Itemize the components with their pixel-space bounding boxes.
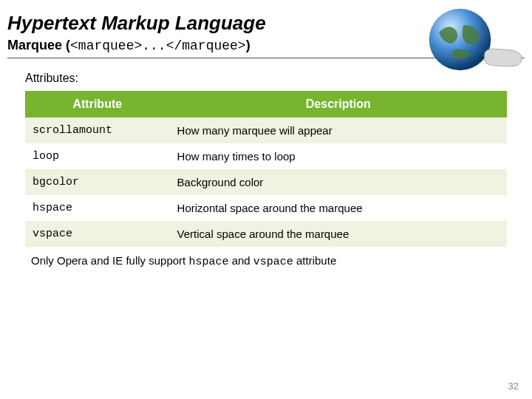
mouse-image (482, 44, 526, 71)
cell-attribute: hspace (25, 195, 170, 221)
table-row: vspace Vertical space around the marquee (25, 221, 507, 247)
page-number: 32 (508, 381, 519, 392)
footnote-mid: and (228, 254, 253, 267)
table-row: scrollamount How many marquee will appea… (25, 117, 507, 143)
attributes-table: Attribute Description scrollamount How m… (25, 91, 507, 247)
table-row: bgcolor Background color (25, 169, 507, 195)
table-row: loop How many times to loop (25, 143, 507, 169)
cell-attribute: loop (25, 143, 170, 169)
cell-description: Background color (170, 169, 507, 195)
cell-attribute: scrollamount (25, 117, 170, 143)
cell-description: How many marquee will appear (170, 117, 507, 143)
subtitle-code: <marquee>...</marquee> (70, 38, 246, 53)
slide-header: Hypertext Markup Language Marquee (<marq… (0, 0, 532, 56)
footnote-code-vspace: vspace (253, 256, 293, 268)
th-attribute: Attribute (25, 91, 170, 117)
cell-attribute: bgcolor (25, 169, 170, 195)
subtitle-suffix: ) (246, 38, 250, 52)
table-row: hspace Horizontal space around the marqu… (25, 195, 507, 221)
footnote-code-hspace: hspace (188, 256, 228, 268)
cell-description: Vertical space around the marquee (170, 221, 507, 247)
subtitle-prefix: Marquee ( (7, 38, 70, 52)
footnote-pre: Only Opera and IE fully support (31, 254, 188, 267)
footnote: Only Opera and IE fully support hspace a… (25, 254, 507, 268)
footnote-post: attribute (293, 254, 336, 267)
th-description: Description (170, 91, 507, 117)
cell-attribute: vspace (25, 221, 170, 247)
cell-description: How many times to loop (170, 143, 507, 169)
table-header-row: Attribute Description (25, 91, 507, 117)
slide-content: Attributes: Attribute Description scroll… (0, 58, 532, 268)
cell-description: Horizontal space around the marquee (170, 195, 507, 221)
